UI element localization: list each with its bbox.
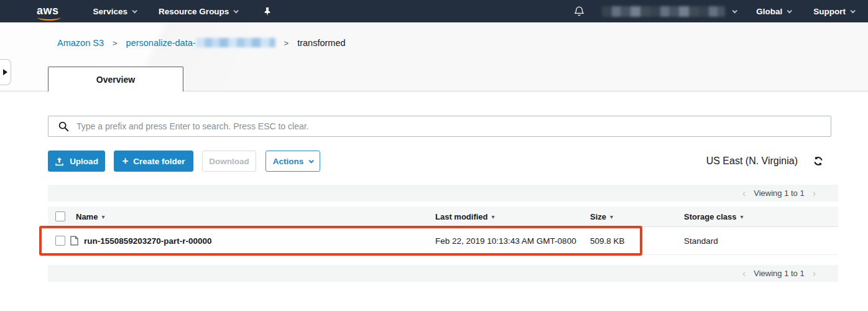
search-icon [58, 121, 69, 132]
breadcrumb-bucket-link[interactable]: personalize-data- [126, 38, 275, 48]
nav-resource-groups-label: Resource Groups [159, 7, 229, 16]
navbar-right-group: Global Support [574, 6, 858, 17]
table-header-row: Name ▾ Last modified ▾ Size ▾ Storage cl… [48, 207, 838, 227]
nav-support-menu[interactable]: Support [813, 7, 854, 16]
nav-global-label: Global [756, 7, 782, 16]
nav-services-menu[interactable]: Services [93, 7, 137, 16]
column-header-name-label: Name [76, 212, 98, 221]
bucket-name-redacted [196, 38, 275, 47]
refresh-icon [813, 156, 823, 166]
column-header-size[interactable]: Size ▾ [590, 212, 613, 221]
file-icon [70, 236, 78, 246]
column-header-last-modified-label: Last modified [435, 212, 488, 221]
side-panel-expander[interactable] [0, 59, 11, 85]
object-last-modified: Feb 22, 2019 10:13:43 AM GMT-0800 [435, 236, 576, 246]
sort-descending-icon: ▾ [610, 213, 613, 220]
chevron-right-icon[interactable]: › [813, 188, 816, 198]
column-header-storage-class-label: Storage class [684, 212, 737, 221]
chevron-down-icon [850, 8, 855, 13]
pagination-bar-top: ‹ Viewing 1 to 1 › [48, 185, 838, 202]
column-header-size-label: Size [590, 212, 606, 221]
viewing-count-label: Viewing 1 to 1 [754, 269, 804, 278]
chevron-left-icon[interactable]: ‹ [742, 269, 746, 279]
chevron-down-icon [234, 8, 239, 13]
breadcrumb: Amazon S3 > personalize-data- > transfor… [57, 38, 346, 48]
page-subheader: Amazon S3 > personalize-data- > transfor… [0, 22, 868, 91]
upload-label: Upload [70, 157, 98, 166]
refresh-button[interactable] [813, 156, 823, 166]
object-size: 509.8 KB [590, 236, 625, 246]
plus-icon: + [122, 156, 128, 166]
breadcrumb-current-folder: transformed [297, 38, 345, 48]
actions-toolbar: Upload + Create folder Download Actions … [48, 151, 838, 172]
upload-button[interactable]: Upload [48, 151, 105, 172]
create-folder-button[interactable]: + Create folder [114, 151, 193, 172]
search-input[interactable] [76, 116, 831, 136]
breadcrumb-bucket-prefix: personalize-data- [126, 38, 196, 48]
nav-support-label: Support [813, 7, 846, 16]
viewing-count-label: Viewing 1 to 1 [754, 188, 804, 198]
tab-overview[interactable]: Overview [48, 67, 183, 91]
nav-region-menu[interactable]: Global [756, 7, 791, 16]
pagination-bar-bottom: ‹ Viewing 1 to 1 › [48, 265, 838, 282]
account-name-redacted[interactable] [602, 6, 725, 17]
sort-descending-icon: ▾ [492, 213, 495, 220]
panel-expand-icon [3, 69, 7, 75]
chevron-right-icon[interactable]: › [813, 269, 816, 279]
chevron-left-icon[interactable]: ‹ [742, 188, 746, 198]
chevron-down-icon [132, 8, 137, 13]
breadcrumb-separator: > [284, 39, 289, 48]
object-storage-class: Standard [684, 236, 718, 246]
breadcrumb-amazon-s3-link[interactable]: Amazon S3 [57, 38, 104, 48]
sort-descending-icon: ▾ [101, 213, 104, 220]
column-header-name[interactable]: Name ▾ [76, 212, 104, 221]
upload-icon [55, 157, 64, 166]
chevron-down-icon [309, 158, 314, 163]
create-folder-label: Create folder [133, 157, 185, 166]
bell-icon[interactable] [574, 6, 584, 17]
column-header-storage-class[interactable]: Storage class ▾ [684, 212, 744, 221]
select-all-checkbox[interactable] [55, 211, 65, 221]
nav-resource-groups-menu[interactable]: Resource Groups [159, 7, 238, 16]
download-button[interactable]: Download [202, 151, 256, 172]
pin-icon [264, 7, 271, 16]
row-checkbox[interactable] [55, 236, 65, 246]
nav-services-label: Services [93, 7, 128, 16]
table-row: run-1550859203270-part-r-00000 Feb 22, 2… [48, 227, 838, 255]
sort-descending-icon: ▾ [741, 213, 744, 220]
prefix-search-box [48, 116, 831, 137]
pin-shortcut-button[interactable] [264, 7, 271, 16]
region-group: US East (N. Virginia) [706, 156, 823, 167]
chevron-down-icon[interactable] [732, 8, 737, 13]
aws-logo[interactable]: aws [37, 5, 59, 18]
actions-dropdown-button[interactable]: Actions [265, 151, 320, 172]
bucket-contents-panel: Upload + Create folder Download Actions … [0, 116, 868, 282]
object-name-link[interactable]: run-1550859203270-part-r-00000 [84, 236, 212, 246]
breadcrumb-separator: > [113, 39, 118, 48]
column-header-last-modified[interactable]: Last modified ▾ [435, 212, 495, 221]
region-label: US East (N. Virginia) [706, 156, 798, 167]
chevron-down-icon [787, 8, 792, 13]
top-navbar: aws Services Resource Groups Global Supp… [0, 0, 868, 22]
actions-label: Actions [273, 157, 304, 166]
